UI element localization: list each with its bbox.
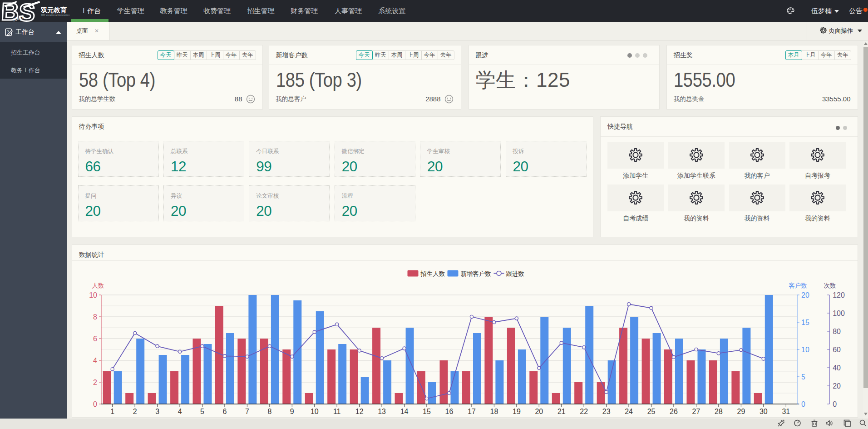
svg-text:招生人数: 招生人数 <box>420 270 445 277</box>
svg-text:0: 0 <box>833 400 837 408</box>
svg-text:24: 24 <box>625 408 633 415</box>
svg-text:5: 5 <box>200 408 204 415</box>
svg-text:21: 21 <box>557 408 565 415</box>
svg-text:80: 80 <box>833 328 841 335</box>
svg-text:9: 9 <box>290 408 294 415</box>
svg-text:10: 10 <box>801 346 809 354</box>
svg-text:120: 120 <box>833 291 845 299</box>
svg-text:20: 20 <box>535 408 543 415</box>
svg-text:20: 20 <box>801 291 809 299</box>
svg-text:12: 12 <box>355 408 363 415</box>
svg-text:0: 0 <box>801 400 805 408</box>
svg-text:2: 2 <box>133 408 137 415</box>
svg-text:31: 31 <box>782 408 790 415</box>
svg-text:15: 15 <box>423 408 431 415</box>
svg-text:13: 13 <box>378 408 386 415</box>
svg-text:0: 0 <box>93 400 97 408</box>
svg-text:4: 4 <box>178 408 182 415</box>
svg-text:100: 100 <box>833 309 845 317</box>
svg-text:7: 7 <box>245 408 249 415</box>
svg-text:14: 14 <box>400 408 408 415</box>
svg-text:40: 40 <box>833 364 841 372</box>
svg-text:20: 20 <box>833 382 841 390</box>
svg-text:22: 22 <box>580 408 588 415</box>
svg-text:23: 23 <box>602 408 610 415</box>
svg-text:29: 29 <box>737 408 745 415</box>
svg-text:60: 60 <box>833 346 841 354</box>
svg-text:10: 10 <box>310 408 318 415</box>
svg-text:3: 3 <box>155 408 159 415</box>
svg-text:次数: 次数 <box>824 282 836 289</box>
svg-text:4: 4 <box>93 357 97 364</box>
svg-text:2: 2 <box>93 379 97 386</box>
svg-text:8: 8 <box>267 408 271 415</box>
svg-text:客户数: 客户数 <box>789 282 807 289</box>
svg-text:5: 5 <box>801 373 805 381</box>
svg-text:16: 16 <box>445 408 453 415</box>
svg-text:跟进数: 跟进数 <box>506 270 524 277</box>
svg-text:6: 6 <box>222 408 227 415</box>
svg-text:17: 17 <box>468 408 476 415</box>
svg-text:6: 6 <box>93 335 97 343</box>
svg-text:1: 1 <box>110 408 114 415</box>
svg-text:18: 18 <box>490 408 498 415</box>
svg-text:10: 10 <box>89 291 97 299</box>
svg-text:11: 11 <box>333 408 340 415</box>
svg-text:人数: 人数 <box>92 282 104 289</box>
svg-text:19: 19 <box>513 408 521 415</box>
svg-text:8: 8 <box>93 313 97 321</box>
svg-text:15: 15 <box>801 319 809 326</box>
svg-text:26: 26 <box>670 408 678 415</box>
svg-text:28: 28 <box>715 408 723 415</box>
svg-text:25: 25 <box>647 408 655 415</box>
svg-text:新增客户数: 新增客户数 <box>460 270 491 277</box>
svg-text:30: 30 <box>759 408 767 415</box>
svg-text:27: 27 <box>692 408 700 415</box>
